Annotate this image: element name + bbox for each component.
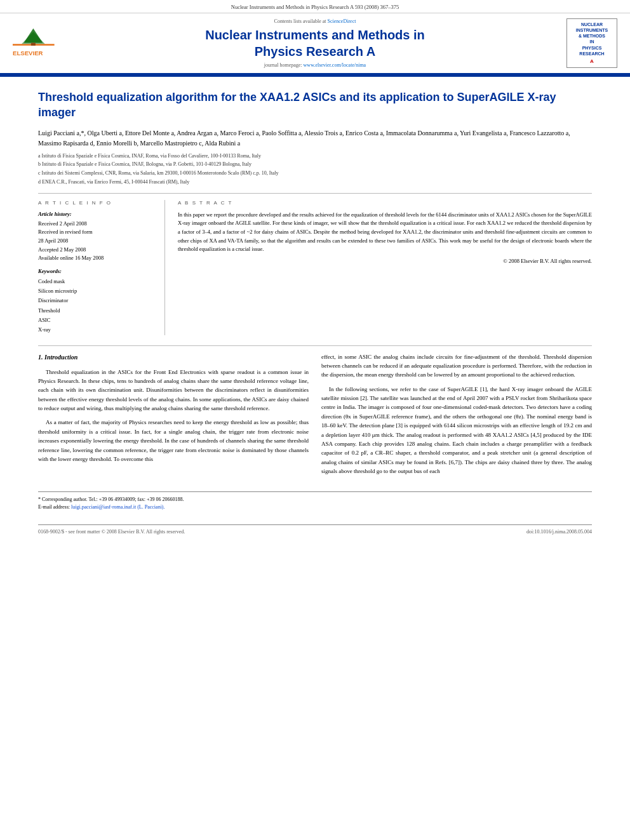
journal-center-block: Contents lists available at ScienceDirec…	[64, 18, 566, 68]
divider-1	[38, 193, 592, 194]
journal-top-bar: Nuclear Instruments and Methods in Physi…	[0, 0, 630, 13]
article-info-header: A R T I C L E I N F O	[38, 200, 154, 206]
elsevier-logo: ELSEVIER	[13, 27, 64, 60]
paper-content: Threshold equalization algorithm for the…	[0, 77, 630, 547]
footnote-star: * Corresponding author. Tel.: +39 06 499…	[38, 496, 592, 504]
body-right-p2: In the following sections, we refer to t…	[321, 385, 592, 476]
article-info-abstract: A R T I C L E I N F O Article history: R…	[38, 200, 592, 335]
footnote-email-link[interactable]: luigi.pacciani@iasf-roma.inaf.it (L. Pac…	[71, 504, 165, 510]
keywords-list: Coded mask Silicon microstrip Discrimina…	[38, 277, 154, 335]
history-label: Article history:	[38, 211, 154, 217]
affiliation-b: b Istituto di Fisica Spaziale e Fisica C…	[38, 161, 592, 169]
body-left-col: 1. Introduction Threshold equalization i…	[38, 352, 309, 481]
svg-text:ELSEVIER: ELSEVIER	[13, 50, 43, 57]
affiliation-a: a Istituto di Fisica Spaziale e Fisica C…	[38, 152, 592, 161]
article-info-column: A R T I C L E I N F O Article history: R…	[38, 200, 165, 335]
abstract-column: A B S T R A C T In this paper we report …	[178, 200, 592, 335]
footnote-email: E-mail address: luigi.pacciani@iasf-roma…	[38, 503, 592, 512]
journal-title: Nuclear Instruments and Methods in Physi…	[64, 27, 566, 60]
bottom-left-text: 0168-9002/$ - see front matter © 2008 El…	[38, 529, 185, 535]
journal-citation: Nuclear Instruments and Methods in Physi…	[231, 4, 399, 10]
authors: Luigi Pacciani a,*, Olga Uberti a, Ettor…	[38, 128, 592, 149]
article-title: Threshold equalization algorithm for the…	[38, 90, 592, 121]
body-right-p1: effect, in some ASIC the analog chains i…	[321, 352, 592, 380]
divider-2	[38, 345, 592, 346]
footer-notes: * Corresponding author. Tel.: +39 06 499…	[38, 491, 592, 512]
bottom-bar: 0168-9002/$ - see front matter © 2008 El…	[38, 524, 592, 535]
affiliation-d: d ENEA C.R., Frascati, via Enrico Fermi,…	[38, 178, 592, 187]
svg-rect-4	[31, 43, 36, 45]
body-left-p2: As a matter of fact, the majority of Phy…	[38, 418, 309, 463]
abstract-copyright: © 2008 Elsevier B.V. All rights reserved…	[178, 258, 592, 264]
sciencedirect-link[interactable]: ScienceDirect	[328, 18, 356, 24]
body-two-col: 1. Introduction Threshold equalization i…	[38, 352, 592, 481]
homepage-link[interactable]: www.elsevier.com/locate/nima	[304, 62, 366, 68]
body-right-col: effect, in some ASIC the analog chains i…	[321, 352, 592, 481]
svg-marker-3	[22, 32, 45, 44]
affiliation-c: c Istituto dei Sistemi Complessi, CNR, R…	[38, 170, 592, 178]
journal-banner: ELSEVIER Contents lists available at Sci…	[0, 13, 630, 74]
abstract-text: In this paper we report the procedure de…	[178, 211, 592, 254]
homepage-line: journal homepage: www.elsevier.com/locat…	[64, 62, 566, 68]
sciencedirect-line: Contents lists available at ScienceDirec…	[64, 18, 566, 24]
abstract-header: A B S T R A C T	[178, 200, 592, 206]
bottom-doi: doi:10.1016/j.nima.2008.05.004	[526, 529, 592, 535]
keywords-label: Keywords:	[38, 268, 154, 274]
section1-title: 1. Introduction	[38, 352, 309, 363]
history-text: Received 2 April 2008 Received in revise…	[38, 220, 154, 263]
nimr-logo-box: NUCLEARINSTRUMENTS& METHODSINPHYSICSRESE…	[566, 18, 617, 68]
affiliations: a Istituto di Fisica Spaziale e Fisica C…	[38, 152, 592, 187]
body-left-p1: Threshold equalization in the ASICs for …	[38, 368, 309, 413]
